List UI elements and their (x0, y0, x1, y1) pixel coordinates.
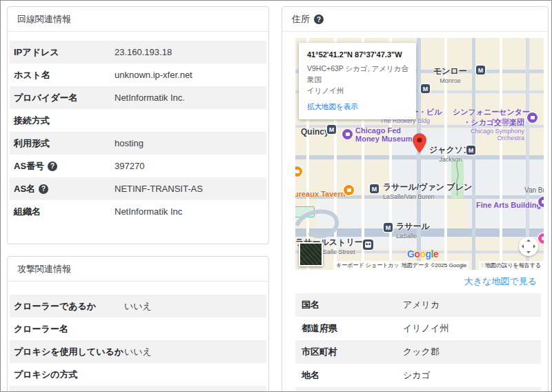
street-label-van-buren: Van Buren (524, 183, 544, 195)
row-label: クローラーであるか (14, 300, 96, 313)
plus-code-address: V9HC+63P シカゴ, アメリカ合衆国 (307, 63, 409, 86)
report-map-error-link[interactable]: 地図の誤りを報告する (482, 261, 544, 270)
row-value: unknown.ip-xfer.net (115, 70, 193, 80)
station-label-jackson: ジャクソン Jackson (429, 143, 471, 163)
row-label: ホスト名 (14, 69, 50, 81)
row-label: AS名 (14, 183, 35, 195)
table-row: ホスト名 unknown.ip-xfer.net (10, 63, 266, 86)
map-attribution-bar: キーボード ショートカット 地図データ ©2025 Google 利用規約 地図… (295, 261, 544, 270)
address-line2: イリノイ州 (307, 86, 409, 97)
google-logo[interactable]: Google (407, 248, 438, 259)
row-label: プロキシの方式 (14, 369, 78, 381)
station-label-lasalle-vanburen: ラサール/ヴァン ブレン LaSalle/Van Buren (383, 180, 472, 200)
map-data-attribution: 地図データ ©2025 Google (399, 261, 469, 270)
table-row: 国名 アメリカ (295, 293, 541, 317)
table-row: クローラーであるか いいえ (10, 295, 266, 317)
station-label-monroe: モンロー Monroe (433, 64, 467, 84)
table-row: 組織名 NetInformatik Inc (10, 200, 266, 223)
row-value: NETINF-TRANSIT-AS (115, 184, 203, 194)
view-larger-map-link[interactable]: 拡大地図を表示 (307, 102, 358, 112)
symphony-poi-icon[interactable] (527, 112, 538, 123)
table-row: 地名 シカゴ (295, 364, 541, 387)
coordinates-title: 41°52'41.2"N 87°37'47.3"W (307, 50, 409, 59)
table-row: 接続方式 (10, 109, 266, 132)
row-label: 都道府県 (302, 322, 337, 335)
row-label: AS番号 (14, 160, 44, 173)
address-table: 国名 アメリカ 都道府県 イリノイ州 市区町村 クック郡 地名 シカゴ (295, 293, 541, 392)
ip-lookup-page: 回線関連情報 IPアドレス 23.160.193.18 ホスト名 unknown… (0, 0, 552, 392)
row-value: 397270 (115, 161, 144, 171)
network-info-panel: 回線関連情報 IPアドレス 23.160.193.18 ホスト名 unknown… (7, 6, 269, 244)
table-row: プロキシの方式 (10, 363, 266, 386)
view-larger-map-external-link[interactable]: 大きな地図で見る (464, 276, 537, 286)
row-label: 市区町村 (302, 346, 337, 358)
row-value: NetInformatik Inc. (115, 92, 185, 103)
table-row: IPアドレス 23.160.193.18 (10, 41, 266, 63)
network-panel-header: 回線関連情報 (8, 7, 268, 32)
row-label: クローラー名 (14, 323, 68, 335)
metro-station-icon: M (421, 84, 430, 93)
panel-title: 回線関連情報 (17, 13, 71, 26)
row-value: いいえ (124, 346, 152, 358)
row-label: 利用形式 (14, 137, 50, 150)
panel-title: 住所 (292, 13, 310, 26)
tavern-poi-icon[interactable] (344, 185, 354, 195)
metro-station-icon: M (466, 146, 475, 155)
pan-left-icon (522, 244, 524, 248)
keyboard-shortcuts-link[interactable]: キーボード ショートカット (333, 261, 408, 270)
help-icon[interactable]: ? (48, 161, 57, 171)
table-row: 利用形式 hosting (10, 132, 266, 155)
poi-label-symphony: シンフォニーセンター ・シカゴ交響楽団 Chicago Symphony Orc… (453, 107, 524, 141)
metro-station-icon: M (476, 66, 485, 75)
row-value: アメリカ (403, 299, 440, 311)
expand-map-row: 大きな地図で見る (295, 270, 544, 293)
poi-label-fed-museum: Chicago Fed Money Museum (355, 126, 413, 143)
google-map-embed[interactable]: モンロー Monroe M Monroe M ルーカリー・ビル The Rook… (295, 38, 544, 270)
train-station-icon (363, 239, 373, 250)
station-label-lasalle: ラサール LaSalle (396, 219, 430, 239)
table-row: AS番号? 397270 (10, 155, 266, 177)
row-label: プロキシを使用しているか (14, 346, 124, 358)
poi-label-tavern: ureaux Tavern (295, 187, 345, 199)
row-label: 国名 (302, 299, 319, 311)
table-row: AS名? NETINF-TRANSIT-AS (10, 177, 266, 200)
row-label: プロバイダー名 (14, 92, 78, 104)
restaurant-poi-icon[interactable] (295, 166, 302, 177)
table-row: 市区町村 クック郡 (295, 340, 541, 364)
table-row: クローラー名 (10, 317, 266, 340)
pan-up-icon (526, 239, 531, 242)
station-label-quincy: Quincy (301, 125, 329, 137)
map-pan-control[interactable] (519, 237, 538, 256)
row-label: IPアドレス (14, 46, 59, 59)
table-row: プロバイダー名 NetInformatik Inc. (10, 86, 266, 109)
pan-down-icon (526, 251, 531, 253)
location-pin (413, 133, 426, 154)
help-icon[interactable]: ? (314, 14, 324, 24)
row-value: いいえ (124, 300, 152, 313)
table-row (295, 387, 541, 392)
attack-panel-header: 攻撃関連情報 (8, 257, 268, 282)
metro-station-icon: M (327, 125, 336, 134)
row-value: クック郡 (403, 346, 440, 358)
table-row: プロキシを使用しているか いいえ (10, 340, 266, 363)
help-icon[interactable]: ? (39, 184, 48, 194)
metro-station-icon: M (370, 184, 379, 193)
row-value: hosting (115, 138, 144, 148)
panel-title: 攻撃関連情報 (17, 263, 71, 275)
table-row: 都道府県 イリノイ州 (295, 317, 541, 340)
poi-icon[interactable] (538, 233, 544, 244)
fine-arts-poi-icon[interactable] (538, 197, 544, 207)
poi-label-fine-arts: Fine Arts Building (476, 198, 541, 210)
metro-station-icon: M (384, 223, 393, 232)
address-panel-header: 住所 ? (282, 7, 548, 32)
museum-poi-icon[interactable] (342, 129, 353, 139)
row-value: シカゴ (403, 369, 431, 382)
row-label: 接続方式 (14, 115, 50, 127)
pan-right-icon (533, 244, 535, 248)
row-value: 23.160.193.18 (115, 47, 172, 57)
attack-info-panel: 攻撃関連情報 クローラーであるか いいえ クローラー名 プロキシを使用しているか… (7, 256, 269, 392)
map-road (526, 38, 529, 270)
row-value: イリノイ州 (403, 322, 448, 335)
row-value: NetInformatik Inc (115, 206, 182, 217)
table-row (10, 386, 266, 392)
